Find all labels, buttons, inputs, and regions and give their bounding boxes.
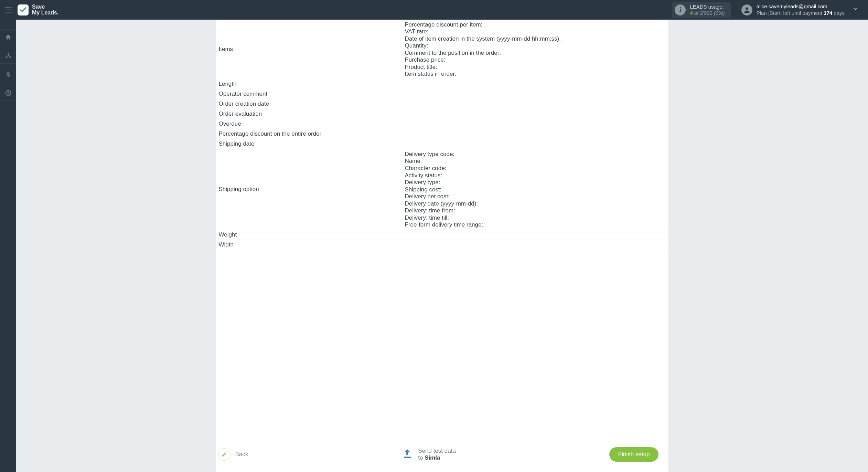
field-label: Length	[217, 81, 405, 87]
field-value-line: Purchase price:	[405, 56, 667, 64]
account-block[interactable]: alice.savemyleads@gmail.com Plan |Start|…	[741, 3, 845, 17]
sidebar-item-connections[interactable]	[0, 48, 16, 64]
field-label: Order creation date	[217, 101, 405, 107]
field-label: Operator comment	[217, 91, 405, 97]
leads-usage-title: LEADS usage:	[690, 4, 725, 10]
field-row: Percentage discount on the entire order	[217, 129, 667, 139]
field-value	[405, 91, 667, 97]
mapping-card: ItemsPercentage discount per item:VAT ra…	[216, 20, 668, 472]
sidebar-item-home[interactable]	[0, 29, 16, 45]
field-value-line: Shipping cost:	[405, 186, 667, 193]
brand-line2: My Leads.	[32, 10, 58, 16]
field-label: Shipping date	[217, 140, 405, 147]
field-value-line: Delivery net cost:	[405, 193, 667, 200]
field-value-line: Percentage discount per item:	[405, 21, 667, 28]
field-value: Delivery type code:Name:Character code:A…	[405, 150, 667, 228]
field-value-line: Delivery: time from:	[405, 207, 667, 214]
leads-usage-total: 2'000	[700, 10, 712, 16]
field-value-line: Activity status:	[405, 172, 667, 179]
field-list: ItemsPercentage discount per item:VAT ra…	[216, 20, 668, 437]
send-test-prefix: to	[418, 454, 425, 461]
field-value	[405, 120, 667, 127]
field-label: Order evaluation	[217, 111, 405, 117]
field-row: Overdue	[217, 119, 667, 129]
brand-line1: Save	[32, 4, 58, 10]
pencil-icon	[218, 448, 231, 461]
field-row: Order evaluation	[217, 109, 667, 119]
field-value	[405, 140, 667, 147]
card-footer: Back Send test data to Simla Finish setu…	[216, 437, 668, 472]
sidebar-item-account[interactable]	[0, 85, 16, 101]
leads-usage-pill[interactable]: i LEADS usage: 4 of 2'000 (0%)	[672, 2, 731, 18]
field-label: Percentage discount on the entire order	[217, 130, 405, 137]
account-email: alice.savemyleads@gmail.com	[757, 3, 845, 10]
field-row: Shipping date	[217, 139, 667, 149]
send-test-line2: to Simla	[418, 454, 456, 461]
avatar-icon	[741, 4, 752, 15]
send-test-line1: Send test data	[418, 448, 456, 454]
account-plan-name: Start	[770, 10, 781, 16]
field-value-line: Date of item creation in the system (yyy…	[405, 35, 667, 42]
field-value-line: Product title:	[405, 63, 667, 71]
field-row: ItemsPercentage discount per item:VAT ra…	[217, 20, 667, 79]
menu-toggle-icon[interactable]	[5, 8, 12, 12]
field-value	[405, 130, 667, 137]
brand-text: Save My Leads.	[32, 4, 58, 16]
account-plan-sep: | left until payment	[780, 10, 824, 16]
field-row: Weight	[217, 230, 667, 240]
field-value	[405, 241, 667, 248]
field-value-line: Quantity:	[405, 42, 667, 50]
account-days-value: 374	[824, 10, 832, 16]
finish-setup-button[interactable]: Finish setup	[609, 447, 659, 462]
field-row: Shipping optionDelivery type code:Name:C…	[217, 149, 667, 230]
field-label: Width	[217, 241, 405, 248]
brand-logo-icon	[18, 4, 29, 15]
account-plan: Plan |Start| left until payment 374 days	[757, 10, 845, 17]
field-label: Items	[217, 21, 405, 77]
field-value-line: Free-form delivery time range:	[405, 221, 667, 229]
field-value-line: Item status in order:	[405, 71, 667, 78]
back-label: Back	[235, 451, 248, 458]
brand[interactable]: Save My Leads.	[16, 4, 58, 16]
field-value	[405, 111, 667, 117]
upload-icon	[401, 448, 413, 461]
field-value-line: VAT rate:	[405, 28, 667, 35]
svg-point-2	[7, 91, 9, 93]
topbar: Save My Leads. i LEADS usage: 4 of 2'000…	[0, 0, 868, 20]
field-value-line: Delivery type code:	[405, 150, 667, 158]
field-value-line: Comment to the position in the order:	[405, 49, 667, 56]
field-value	[405, 81, 667, 87]
account-caret-icon[interactable]	[850, 3, 861, 16]
field-value	[405, 231, 667, 238]
field-value-line: Name:	[405, 158, 667, 165]
send-test-target: Simla	[425, 454, 440, 461]
field-value-line: Delivery date (yyyy-mm-dd):	[405, 200, 667, 207]
main-canvas: ItemsPercentage discount per item:VAT ra…	[16, 20, 868, 472]
leads-usage-of: of	[694, 10, 699, 16]
field-value-line: Delivery: time till:	[405, 214, 667, 221]
leads-usage-percent: (0%)	[714, 10, 725, 16]
sidebar	[0, 20, 16, 472]
field-row: Operator comment	[217, 89, 667, 99]
field-label: Shipping option	[217, 150, 405, 228]
svg-rect-3	[404, 457, 411, 458]
field-value: Percentage discount per item:VAT rate:Da…	[405, 21, 667, 77]
field-value	[405, 101, 667, 107]
field-value-line: Character code:	[405, 165, 667, 172]
sidebar-item-billing[interactable]	[0, 66, 16, 82]
field-label: Weight	[217, 231, 405, 238]
back-button[interactable]: Back	[218, 448, 248, 461]
leads-usage-value-line: 4 of 2'000 (0%)	[690, 10, 725, 16]
field-label: Overdue	[217, 120, 405, 127]
account-days-suffix: days	[832, 10, 845, 16]
leads-usage-value: 4	[690, 10, 693, 16]
field-value-line: Delivery type:	[405, 179, 667, 186]
field-row: Width	[217, 240, 667, 250]
send-test-button[interactable]: Send test data to Simla	[401, 448, 456, 462]
svg-point-0	[746, 7, 748, 10]
account-plan-prefix: Plan |	[757, 10, 770, 16]
info-icon: i	[675, 4, 686, 15]
field-row: Length	[217, 79, 667, 89]
field-row: Order creation date	[217, 99, 667, 109]
